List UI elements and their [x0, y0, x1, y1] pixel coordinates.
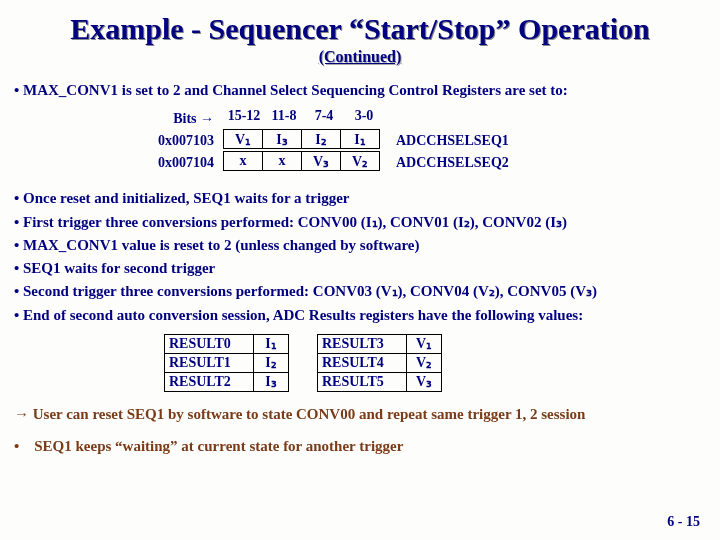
bullet-text: • First trigger three conversions perfor… — [14, 212, 706, 232]
register-name: ADCCHSELSEQ2 — [380, 152, 509, 174]
reg-cell: I₂ — [301, 129, 341, 149]
register-name: ADCCHSELSEQ1 — [380, 130, 509, 152]
bits-header: 7-4 — [304, 108, 344, 124]
result-value: V₁ — [406, 334, 442, 354]
reg-cell: x — [262, 151, 302, 171]
reg-cell: x — [223, 151, 263, 171]
result-value: V₂ — [406, 353, 442, 373]
result-label: RESULT4 — [317, 353, 407, 373]
channel-select-table: Bits → 15-12 11-8 7-4 3-0 0x007103 V₁ I₃… — [124, 108, 706, 174]
bullet-text: • End of second auto conversion session,… — [14, 305, 706, 325]
result-value: I₂ — [253, 353, 289, 373]
bullet-text: • Once reset and initialized, SEQ1 waits… — [14, 188, 706, 208]
reg-cell: V₂ — [340, 151, 380, 171]
footnote-line: • SEQ1 keeps “waiting” at current state … — [14, 436, 706, 458]
reg-cell: V₃ — [301, 151, 341, 171]
page-title: Example - Sequencer “Start/Stop” Operati… — [14, 12, 706, 46]
results-table: RESULT0 RESULT1 RESULT2 I₁ I₂ I₃ RESULT3… — [164, 335, 706, 392]
page-subtitle: (Continued) — [14, 48, 706, 66]
result-label: RESULT2 — [164, 372, 254, 392]
reg-cell: V₁ — [223, 129, 263, 149]
bits-header: 3-0 — [344, 108, 384, 124]
intro-line: • MAX_CONV1 is set to 2 and Channel Sele… — [14, 80, 706, 100]
result-value: I₃ — [253, 372, 289, 392]
register-address: 0x007103 — [124, 130, 224, 152]
result-value: I₁ — [253, 334, 289, 354]
result-value: V₃ — [406, 372, 442, 392]
page-number: 6 - 15 — [667, 514, 700, 530]
bullet-text: • SEQ1 waits for second trigger — [14, 258, 706, 278]
bits-header: 15-12 — [224, 108, 264, 124]
result-label: RESULT0 — [164, 334, 254, 354]
result-label: RESULT5 — [317, 372, 407, 392]
result-label: RESULT3 — [317, 334, 407, 354]
bits-header: 11-8 — [264, 108, 304, 124]
result-label: RESULT1 — [164, 353, 254, 373]
bullet-text: • MAX_CONV1 value is reset to 2 (unless … — [14, 235, 706, 255]
bits-label: Bits → — [124, 108, 224, 130]
bullet-text: • Second trigger three conversions perfo… — [14, 281, 706, 301]
footnote-line: → User can reset SEQ1 by software to sta… — [14, 404, 706, 426]
reg-cell: I₃ — [262, 129, 302, 149]
reg-cell: I₁ — [340, 129, 380, 149]
register-address: 0x007104 — [124, 152, 224, 174]
